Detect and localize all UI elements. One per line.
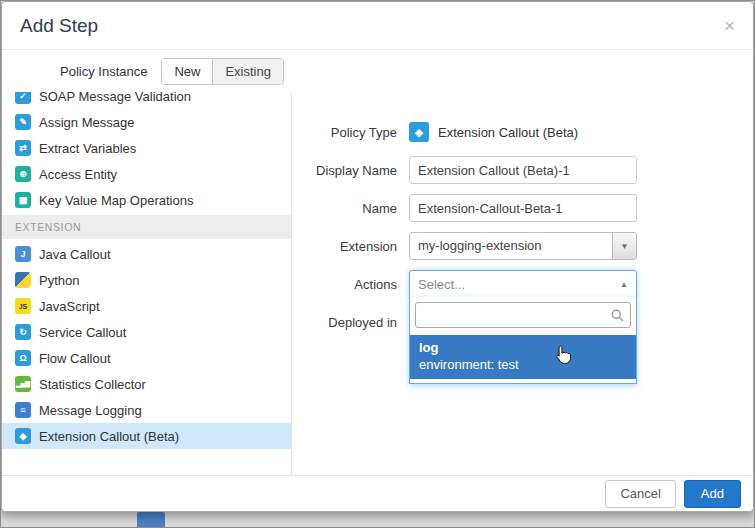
sidebar-item-label: Python: [39, 273, 79, 288]
policy-form: Policy Type ◆ Extension Callout (Beta) D…: [292, 92, 753, 476]
actions-select-placeholder: Select...: [418, 277, 620, 292]
add-button[interactable]: Add: [684, 480, 741, 508]
assign-message-icon: ✎: [15, 114, 31, 130]
sidebar-item-statistics-collector[interactable]: ▂▅▇ Statistics Collector: [2, 371, 291, 397]
name-label: Name: [292, 201, 397, 216]
toggle-new-button[interactable]: New: [162, 59, 212, 84]
name-row: Name: [292, 194, 753, 222]
dropdown-options: log environment: test: [410, 333, 636, 383]
sidebar-item-access-entity[interactable]: ⊕ Access Entity: [2, 161, 291, 187]
dropdown-search-wrap: [410, 297, 636, 333]
policy-type-icon: ◆: [409, 122, 429, 142]
extension-select[interactable]: my-logging-extension ▼: [409, 232, 637, 260]
policy-type-label: Policy Type: [292, 125, 397, 140]
display-name-label: Display Name: [292, 163, 397, 178]
cancel-button[interactable]: Cancel: [605, 480, 675, 508]
sidebar-item-extract-variables[interactable]: ⇄ Extract Variables: [2, 135, 291, 161]
soap-message-validation-icon: ✓: [15, 92, 31, 104]
display-name-field[interactable]: [409, 156, 637, 184]
sidebar-item-soap-message-validation[interactable]: ✓ SOAP Message Validation: [2, 92, 291, 109]
sidebar-item-flow-callout[interactable]: Ω Flow Callout: [2, 345, 291, 371]
policy-list: ✓ SOAP Message Validation ✎ Assign Messa…: [2, 92, 292, 476]
extension-section-header: EXTENSION: [2, 215, 291, 239]
statistics-collector-icon: ▂▅▇: [15, 376, 31, 392]
policy-instance-row: Policy Instance New Existing: [2, 50, 753, 92]
chevron-down-icon: ▼: [612, 233, 636, 259]
sidebar-item-label: Extract Variables: [39, 141, 136, 156]
access-entity-icon: ⊕: [15, 166, 31, 182]
service-callout-icon: ↻: [15, 324, 31, 340]
extension-row: Extension my-logging-extension ▼: [292, 232, 753, 260]
policy-type-value: Extension Callout (Beta): [438, 125, 578, 140]
actions-select[interactable]: Select... ▲: [409, 270, 637, 298]
modal-body: ✓ SOAP Message Validation ✎ Assign Messa…: [2, 92, 753, 476]
sidebar-item-message-logging[interactable]: ≡ Message Logging: [2, 397, 291, 423]
modal-header: Add Step ×: [2, 2, 753, 50]
java-callout-icon: J: [15, 246, 31, 262]
sidebar-item-label: SOAP Message Validation: [39, 92, 191, 104]
chevron-up-icon: ▲: [620, 280, 628, 289]
flow-callout-icon: Ω: [15, 350, 31, 366]
sidebar-item-label: Access Entity: [39, 167, 117, 182]
background-page-fragment: [137, 512, 165, 527]
sidebar-item-extension-callout-beta[interactable]: ◆ Extension Callout (Beta): [2, 423, 291, 449]
policy-type-row: Policy Type ◆ Extension Callout (Beta): [292, 118, 753, 146]
sidebar-item-label: Service Callout: [39, 325, 126, 340]
policy-instance-toggle: New Existing: [161, 58, 284, 85]
toggle-existing-button[interactable]: Existing: [212, 59, 283, 84]
sidebar-item-label: Message Logging: [39, 403, 142, 418]
sidebar-item-java-callout[interactable]: J Java Callout: [2, 241, 291, 267]
key-value-map-icon: ▦: [15, 192, 31, 208]
sidebar-item-label: JavaScript: [39, 299, 100, 314]
add-step-modal: Add Step × Policy Instance New Existing …: [1, 1, 754, 512]
sidebar-item-label: Key Value Map Operations: [39, 193, 193, 208]
screenshot-root: Add Step × Policy Instance New Existing …: [0, 0, 755, 528]
page-title: Add Step: [20, 15, 98, 37]
sidebar-item-label: Extension Callout (Beta): [39, 429, 179, 444]
extension-select-value: my-logging-extension: [410, 233, 612, 259]
sidebar-item-key-value-map-operations[interactable]: ▦ Key Value Map Operations: [2, 187, 291, 213]
python-icon: [15, 272, 31, 288]
sidebar-item-label: Flow Callout: [39, 351, 111, 366]
dropdown-option-log[interactable]: log environment: test: [410, 335, 636, 379]
extract-variables-icon: ⇄: [15, 140, 31, 156]
sidebar-item-javascript[interactable]: JS JavaScript: [2, 293, 291, 319]
mouse-cursor: [555, 345, 572, 367]
search-icon: [611, 309, 624, 325]
dropdown-option-detail: environment: test: [419, 356, 627, 373]
javascript-icon: JS: [15, 298, 31, 314]
sidebar-item-label: Java Callout: [39, 247, 111, 262]
name-field[interactable]: [409, 194, 637, 222]
sidebar-item-service-callout[interactable]: ↻ Service Callout: [2, 319, 291, 345]
close-icon[interactable]: ×: [724, 16, 735, 35]
sidebar-item-assign-message[interactable]: ✎ Assign Message: [2, 109, 291, 135]
extension-callout-icon: ◆: [15, 428, 31, 444]
actions-row: Actions Select... ▲: [292, 270, 753, 298]
actions-dropdown-panel: log environment: test: [409, 297, 637, 384]
sidebar-item-label: Assign Message: [39, 115, 134, 130]
message-logging-icon: ≡: [15, 402, 31, 418]
extension-label: Extension: [292, 239, 397, 254]
sidebar-item-python[interactable]: Python: [2, 267, 291, 293]
modal-footer: Cancel Add: [2, 475, 753, 511]
actions-label: Actions: [292, 277, 397, 292]
policy-instance-label: Policy Instance: [60, 64, 147, 79]
deployed-in-label: Deployed in: [292, 315, 397, 330]
dropdown-search-input[interactable]: [415, 302, 631, 328]
dropdown-option-name: log: [419, 339, 627, 356]
display-name-row: Display Name: [292, 156, 753, 184]
sidebar-item-label: Statistics Collector: [39, 377, 146, 392]
